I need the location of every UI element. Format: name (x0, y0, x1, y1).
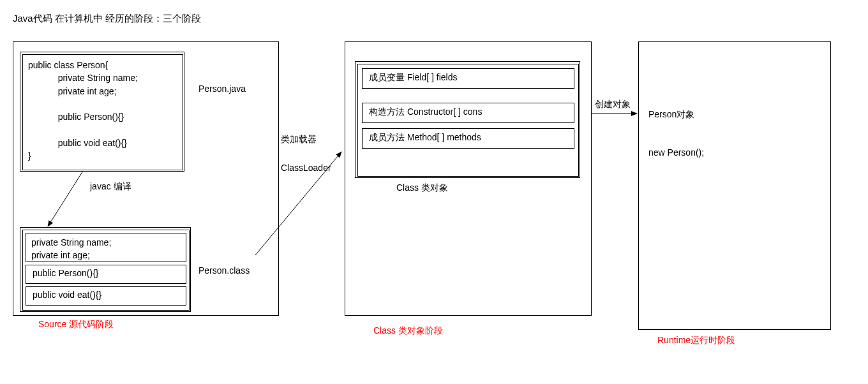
java-filename-label: Person.java (198, 84, 246, 94)
methods-row-box: 成员方法 Method[ ] methods (362, 128, 574, 149)
classloader-label-en: ClassLoader (281, 163, 331, 173)
class-file-box-outer: private String name; private int age; pu… (20, 227, 191, 312)
methods-row-label: 成员方法 Method[ ] methods (363, 129, 574, 147)
class-file-method-box: public void eat(){} (26, 286, 186, 306)
class-filename-label: Person.class (198, 265, 250, 276)
class-file-method: public void eat(){} (26, 287, 186, 302)
class-stage-label: Class 类对象阶段 (373, 325, 443, 337)
create-object-label: 创建对象 (595, 99, 631, 110)
class-file-constructor-box: public Person(){} (26, 265, 186, 284)
class-object-box-inner: 成员变量 Field[ ] fields 构造方法 Constructor[ ]… (357, 64, 579, 177)
page-title: Java代码 在计算机中 经历的阶段：三个阶段 (13, 13, 201, 25)
fields-row-box: 成员变量 Field[ ] fields (362, 68, 574, 89)
java-code-box-inner: public class Person{ private String name… (22, 54, 183, 170)
class-file-constructor: public Person(){} (26, 265, 186, 281)
person-object-label: Person对象 (648, 109, 694, 121)
class-object-box-outer: 成员变量 Field[ ] fields 构造方法 Constructor[ ]… (355, 61, 580, 178)
source-stage-box: public class Person{ private String name… (13, 41, 279, 316)
constructor-row-box: 构造方法 Constructor[ ] cons (362, 103, 574, 123)
runtime-stage-label: Runtime运行时阶段 (657, 335, 735, 346)
constructor-row-label: 构造方法 Constructor[ ] cons (363, 103, 574, 121)
new-person-expr: new Person(); (648, 147, 704, 158)
javac-compile-label: javac 编译 (90, 181, 131, 193)
class-file-fields: private String name; private int age; (26, 233, 186, 265)
classloader-label-cn: 类加载器 (281, 134, 317, 145)
java-code-box-outer: public class Person{ private String name… (20, 52, 184, 172)
runtime-stage-box: Person对象 new Person(); (638, 41, 831, 330)
fields-row-label: 成员变量 Field[ ] fields (363, 69, 574, 87)
class-file-box-inner: private String name; private int age; pu… (22, 230, 190, 311)
class-file-fields-box: private String name; private int age; (26, 233, 186, 262)
source-stage-label: Source 源代码阶段 (38, 319, 114, 330)
class-object-label: Class 类对象 (396, 182, 448, 194)
class-stage-box: 成员变量 Field[ ] fields 构造方法 Constructor[ ]… (345, 41, 592, 316)
java-code: public class Person{ private String name… (23, 55, 183, 166)
